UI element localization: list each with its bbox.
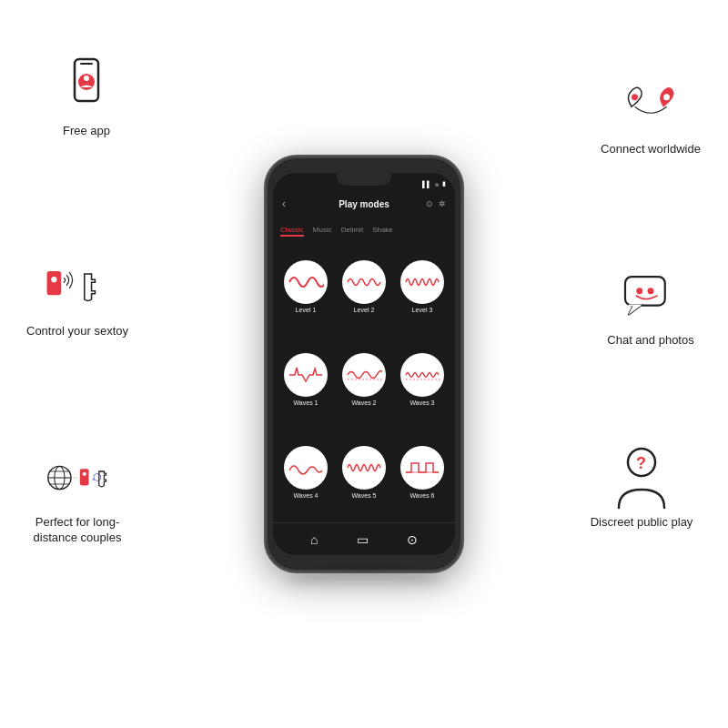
bottom-nav: ⌂ ▭ ⊙ bbox=[273, 522, 455, 555]
mode-level1-circle bbox=[284, 260, 328, 304]
phone-mockup: ▌▌ ⌾ ▮ ‹ Play modes ⊙ ✲ Classic bbox=[264, 155, 464, 573]
phone-reflection bbox=[286, 571, 443, 590]
svg-point-17 bbox=[663, 94, 670, 100]
svg-rect-12 bbox=[80, 469, 89, 485]
svg-point-16 bbox=[632, 94, 638, 100]
chat-label: Chat and photos bbox=[607, 333, 693, 349]
control-icon bbox=[46, 255, 109, 318]
feature-free-app: Free app bbox=[27, 55, 146, 139]
phone-screen: ▌▌ ⌾ ▮ ‹ Play modes ⊙ ✲ Classic bbox=[273, 173, 455, 555]
feature-chat: Chat and photos bbox=[592, 264, 710, 349]
app-header: ‹ Play modes ⊙ ✲ bbox=[273, 191, 455, 217]
mode-level3-label: Level 3 bbox=[412, 307, 433, 313]
mode-waves1-circle bbox=[284, 353, 328, 397]
svg-text:᙮: ᙮ bbox=[92, 473, 96, 482]
app-title: Play modes bbox=[339, 199, 389, 209]
battery-icon: ▮ bbox=[442, 180, 446, 187]
status-icons: ▌▌ ⌾ ▮ bbox=[422, 180, 446, 187]
mode-level1-label: Level 1 bbox=[296, 307, 317, 313]
discreet-label: Discreet public play bbox=[591, 515, 693, 531]
chat-icon bbox=[619, 264, 682, 328]
mode-waves4-label: Waves 4 bbox=[294, 492, 318, 499]
mode-waves5[interactable]: Waves 5 bbox=[337, 428, 391, 517]
connect-icon bbox=[619, 73, 682, 136]
mode-waves2-label: Waves 2 bbox=[352, 399, 377, 406]
svg-point-13 bbox=[83, 472, 86, 476]
home-nav-icon[interactable]: ⌂ bbox=[310, 532, 318, 547]
long-distance-label: Perfect for long-distance couples bbox=[18, 515, 136, 546]
svg-point-22 bbox=[636, 288, 642, 294]
mode-waves6[interactable]: Waves 6 bbox=[395, 428, 450, 517]
profile-header-icon[interactable]: ⊙ bbox=[426, 199, 433, 208]
tab-shake[interactable]: Shake bbox=[372, 226, 393, 237]
feature-connect: Connect worldwide bbox=[592, 73, 710, 157]
tab-classic[interactable]: Classic bbox=[280, 226, 304, 237]
free-app-icon bbox=[55, 55, 118, 118]
mode-waves3-circle bbox=[400, 353, 444, 397]
mode-waves2-circle bbox=[342, 353, 386, 397]
svg-point-5 bbox=[51, 277, 56, 282]
back-button[interactable]: ‹ bbox=[282, 197, 286, 210]
mode-waves2[interactable]: Waves 2 bbox=[337, 335, 391, 424]
mode-level2-circle bbox=[342, 260, 386, 304]
profile-nav-icon[interactable]: ⊙ bbox=[407, 532, 418, 547]
feature-control: Control your sextoy bbox=[18, 255, 136, 339]
tab-music[interactable]: Music bbox=[313, 226, 332, 237]
mode-waves5-circle bbox=[342, 446, 386, 490]
tabs-bar: Classic Music Delimit Shake bbox=[273, 217, 455, 237]
bluetooth-header-icon[interactable]: ✲ bbox=[439, 199, 446, 208]
mode-waves3-label: Waves 3 bbox=[410, 399, 435, 406]
svg-text:?: ? bbox=[636, 454, 646, 472]
svg-point-23 bbox=[648, 288, 654, 294]
svg-rect-18 bbox=[625, 277, 665, 306]
mode-level2-label: Level 2 bbox=[354, 307, 375, 313]
feature-discreet: ? Discreet public play bbox=[582, 446, 701, 531]
discreet-icon: ? bbox=[610, 446, 673, 510]
chat-nav-icon[interactable]: ▭ bbox=[357, 532, 369, 547]
mode-level3[interactable]: Level 3 bbox=[395, 242, 450, 331]
screen-content: ▌▌ ⌾ ▮ ‹ Play modes ⊙ ✲ Classic bbox=[273, 173, 455, 555]
phone-body: ▌▌ ⌾ ▮ ‹ Play modes ⊙ ✲ Classic bbox=[264, 155, 464, 573]
long-distance-icon: ⬡ ᙮ bbox=[46, 446, 109, 510]
mode-level1[interactable]: Level 1 bbox=[278, 242, 333, 331]
mode-waves5-label: Waves 5 bbox=[352, 492, 377, 499]
modes-grid: Level 1 Level 2 bbox=[273, 237, 455, 522]
mode-waves6-label: Waves 6 bbox=[410, 492, 435, 499]
control-label: Control your sextoy bbox=[26, 324, 128, 339]
free-app-label: Free app bbox=[63, 124, 110, 139]
connect-label: Connect worldwide bbox=[601, 142, 701, 157]
mode-waves4-circle bbox=[284, 446, 328, 490]
feature-long-distance: ⬡ ᙮ Perfect for long-distance couples bbox=[18, 446, 136, 546]
mode-waves1-label: Waves 1 bbox=[294, 399, 318, 406]
header-icons: ⊙ ✲ bbox=[426, 199, 446, 208]
tab-delimit[interactable]: Delimit bbox=[341, 226, 363, 237]
wifi-icon: ⌾ bbox=[435, 181, 439, 187]
mode-waves6-circle bbox=[400, 446, 444, 490]
mode-waves3[interactable]: Waves 3 bbox=[395, 335, 450, 424]
mode-waves4[interactable]: Waves 4 bbox=[278, 428, 333, 517]
mode-waves1[interactable]: Waves 1 bbox=[278, 335, 333, 424]
phone-notch bbox=[337, 173, 391, 186]
svg-rect-4 bbox=[47, 271, 62, 295]
mode-level3-circle bbox=[400, 260, 444, 304]
mode-level2[interactable]: Level 2 bbox=[337, 242, 391, 331]
signal-icon: ▌▌ bbox=[422, 181, 431, 187]
svg-point-3 bbox=[84, 76, 89, 81]
